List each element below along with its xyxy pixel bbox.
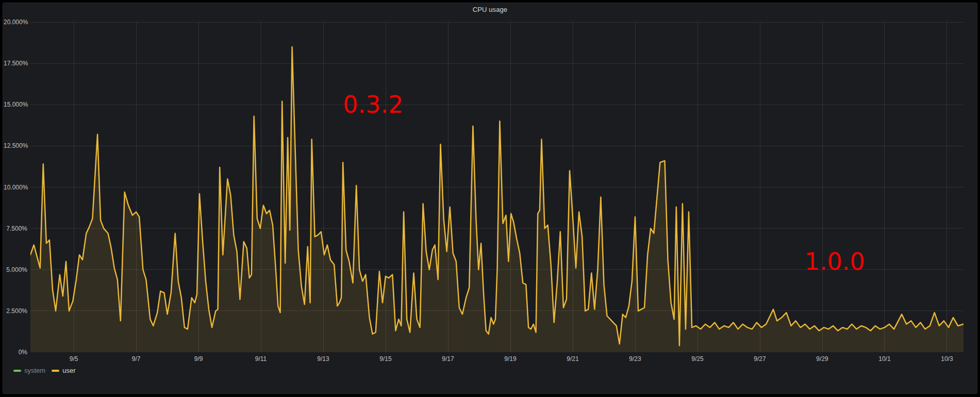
user-series-area: [30, 47, 964, 352]
y-axis-label: 15.000%: [4, 100, 27, 109]
x-axis-label: 9/7: [132, 355, 141, 363]
x-axis-label: 9/15: [379, 355, 391, 363]
x-axis-label: 10/3: [941, 355, 953, 363]
x-axis-label: 9/25: [691, 355, 703, 363]
x-axis-label: 9/23: [629, 355, 641, 363]
legend-label: user: [62, 367, 75, 374]
y-axis-label: 2.500%: [4, 307, 27, 315]
legend-item-user[interactable]: user: [52, 367, 75, 374]
x-axis-label: 9/11: [255, 355, 267, 363]
y-axis-label: 12.500%: [4, 142, 27, 150]
y-axis-label: 0%: [4, 348, 27, 356]
y-axis-label: 10.000%: [4, 183, 27, 192]
legend-label: system: [24, 367, 45, 374]
cpu-usage-panel: CPU usage 0%2.500%5.000%7.500%10.000%12.…: [3, 3, 977, 394]
y-axis-label: 7.500%: [4, 225, 27, 233]
cpu-usage-chart: [30, 22, 964, 352]
legend-swatch-user: [52, 370, 59, 372]
x-axis-label: 9/27: [754, 355, 766, 363]
legend-swatch-system: [13, 370, 21, 372]
legend: systemuser: [13, 367, 75, 374]
x-axis-label: 9/29: [816, 355, 828, 363]
y-axis-label: 17.500%: [4, 59, 27, 67]
x-axis-label: 9/21: [567, 355, 578, 363]
plot-area[interactable]: 0%2.500%5.000%7.500%10.000%12.500%15.000…: [3, 3, 977, 393]
x-axis-label: 9/9: [194, 355, 203, 363]
x-axis-label: 9/5: [70, 355, 78, 363]
release-annotation-1.0.0: 1.0.0: [805, 250, 865, 273]
y-axis-label: 5.000%: [4, 266, 27, 274]
y-axis-label: 20.000%: [4, 18, 27, 26]
x-axis-label: 10/1: [878, 355, 890, 363]
x-axis-label: 9/19: [504, 355, 516, 363]
legend-item-system[interactable]: system: [13, 367, 45, 374]
release-annotation-0.3.2: 0.3.2: [343, 93, 403, 116]
x-axis-label: 9/17: [442, 355, 454, 363]
x-axis-label: 9/13: [317, 355, 329, 363]
